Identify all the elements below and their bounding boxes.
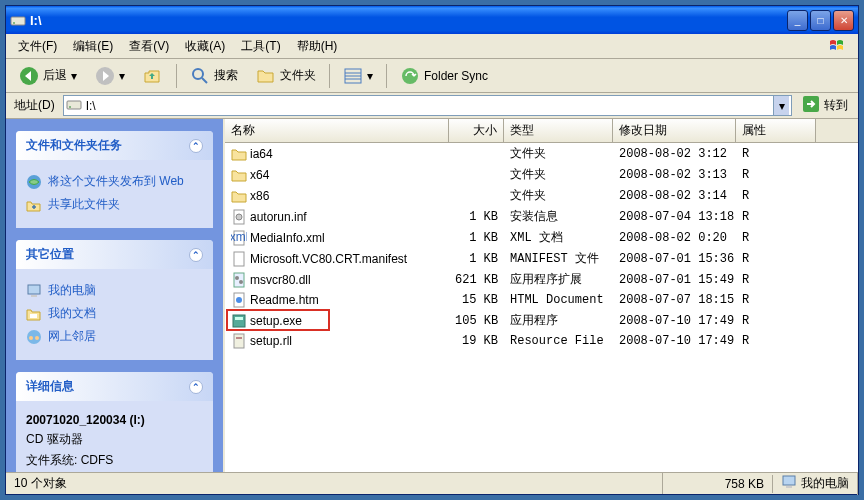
file-type: 文件夹 — [504, 144, 613, 163]
file-attr: R — [736, 272, 816, 288]
file-row[interactable]: xmlMediaInfo.xml1 KBXML 文档2008-08-02 0:2… — [225, 227, 858, 248]
column-name[interactable]: 名称 — [225, 119, 449, 142]
file-attr: R — [736, 188, 816, 204]
file-row[interactable]: Microsoft.VC80.CRT.manifest1 KBMANIFEST … — [225, 248, 858, 269]
file-row[interactable]: autorun.inf1 KB安装信息2008-07-04 13:18R — [225, 206, 858, 227]
file-type: 安装信息 — [504, 207, 613, 226]
address-input[interactable] — [86, 99, 769, 113]
svg-point-10 — [402, 68, 418, 84]
content-area: 文件和文件夹任务 ⌃ 将这个文件夹发布到 Web共享此文件夹 其它位置 ⌃ 我的… — [6, 119, 858, 472]
task-link[interactable]: 网上邻居 — [26, 325, 203, 348]
search-button[interactable]: 搜索 — [183, 62, 245, 90]
task-group-header[interactable]: 文件和文件夹任务 ⌃ — [16, 131, 213, 160]
window-title: I:\ — [30, 13, 787, 28]
svg-rect-11 — [67, 101, 81, 109]
views-button[interactable]: ▾ — [336, 62, 380, 90]
menu-file[interactable]: 文件(F) — [10, 36, 65, 57]
address-input-container[interactable]: ▾ — [63, 95, 792, 116]
status-size: 758 KB — [663, 475, 773, 493]
up-icon — [143, 66, 163, 86]
file-attr: R — [736, 209, 816, 225]
file-name: MediaInfo.xml — [250, 231, 325, 245]
menubar: 文件(F) 编辑(E) 查看(V) 收藏(A) 工具(T) 帮助(H) — [6, 34, 858, 59]
file-size: 1 KB — [449, 251, 504, 267]
file-attr: R — [736, 313, 816, 329]
menu-help[interactable]: 帮助(H) — [289, 36, 346, 57]
file-size: 15 KB — [449, 292, 504, 308]
dropdown-icon: ▾ — [367, 69, 373, 83]
file-row[interactable]: x64文件夹2008-08-02 3:13R — [225, 164, 858, 185]
task-group-title: 详细信息 — [26, 378, 74, 395]
docs-icon — [26, 306, 42, 322]
svg-point-20 — [35, 336, 39, 340]
file-row[interactable]: ia64文件夹2008-08-02 3:12R — [225, 143, 858, 164]
task-link[interactable]: 将这个文件夹发布到 Web — [26, 170, 203, 193]
status-count: 10 个对象 — [6, 473, 663, 494]
svg-rect-36 — [786, 486, 792, 488]
file-size: 1 KB — [449, 209, 504, 225]
file-row[interactable]: setup.exe105 KB应用程序2008-07-10 17:49R — [225, 310, 858, 331]
svg-rect-26 — [234, 273, 244, 287]
svg-rect-17 — [30, 314, 37, 318]
up-button[interactable] — [136, 62, 170, 90]
column-date[interactable]: 修改日期 — [613, 119, 736, 142]
computer-icon — [781, 474, 797, 493]
titlebar[interactable]: I:\ _ □ ✕ — [6, 6, 858, 34]
file-attr: R — [736, 146, 816, 162]
svg-point-4 — [193, 69, 203, 79]
folders-button[interactable]: 文件夹 — [249, 62, 323, 90]
file-date: 2008-08-02 3:14 — [613, 188, 736, 204]
forward-button[interactable]: ▾ — [88, 62, 132, 90]
file-row[interactable]: msvcr80.dll621 KB应用程序扩展2008-07-01 15:49R — [225, 269, 858, 290]
task-link-text: 我的电脑 — [48, 282, 96, 299]
file-icon — [231, 292, 247, 308]
maximize-button[interactable]: □ — [810, 10, 831, 31]
file-icon — [231, 272, 247, 288]
task-link[interactable]: 我的文档 — [26, 302, 203, 325]
foldersync-button[interactable]: Folder Sync — [393, 62, 495, 90]
file-attr: R — [736, 251, 816, 267]
file-attr: R — [736, 292, 816, 308]
close-button[interactable]: ✕ — [833, 10, 854, 31]
column-type[interactable]: 类型 — [504, 119, 613, 142]
views-icon — [343, 66, 363, 86]
detail-line: 文件系统: CDFS — [26, 450, 203, 471]
minimize-button[interactable]: _ — [787, 10, 808, 31]
menu-view[interactable]: 查看(V) — [121, 36, 177, 57]
separator — [329, 64, 330, 88]
menu-edit[interactable]: 编辑(E) — [65, 36, 121, 57]
file-name: x64 — [250, 168, 269, 182]
task-link-text: 网上邻居 — [48, 328, 96, 345]
publish-icon — [26, 174, 42, 190]
task-link[interactable]: 共享此文件夹 — [26, 193, 203, 216]
file-date: 2008-07-07 18:15 — [613, 292, 736, 308]
svg-point-22 — [236, 214, 242, 220]
detail-line: 20071020_120034 (I:) — [26, 411, 203, 429]
back-button[interactable]: 后退 ▾ — [12, 62, 84, 90]
address-dropdown[interactable]: ▾ — [773, 96, 789, 115]
toolbar: 后退 ▾ ▾ 搜索 文件夹 ▾ Folder Sync — [6, 59, 858, 93]
column-size[interactable]: 大小 — [449, 119, 504, 142]
go-button[interactable]: 转到 — [796, 93, 854, 118]
menu-tools[interactable]: 工具(T) — [233, 36, 288, 57]
menu-favorites[interactable]: 收藏(A) — [177, 36, 233, 57]
file-list[interactable]: 名称 大小 类型 修改日期 属性 ia64文件夹2008-08-02 3:12R… — [223, 119, 858, 472]
svg-point-18 — [27, 330, 41, 344]
file-icon — [231, 146, 247, 162]
chevron-up-icon: ⌃ — [189, 139, 203, 153]
svg-rect-33 — [234, 334, 244, 348]
file-row[interactable]: setup.rll19 KBResource File2008-07-10 17… — [225, 331, 858, 351]
file-size: 19 KB — [449, 333, 504, 349]
task-group-header[interactable]: 详细信息 ⌃ — [16, 372, 213, 401]
task-link[interactable]: 我的电脑 — [26, 279, 203, 302]
task-group-header[interactable]: 其它位置 ⌃ — [16, 240, 213, 269]
dropdown-icon: ▾ — [71, 69, 77, 83]
file-attr: R — [736, 230, 816, 246]
file-row[interactable]: Readme.htm15 KBHTML Document2008-07-07 1… — [225, 290, 858, 310]
computer-icon — [26, 283, 42, 299]
svg-point-1 — [13, 22, 15, 24]
file-type: 文件夹 — [504, 165, 613, 184]
file-row[interactable]: x86文件夹2008-08-02 3:14R — [225, 185, 858, 206]
column-attr[interactable]: 属性 — [736, 119, 816, 142]
file-size: 1 KB — [449, 230, 504, 246]
